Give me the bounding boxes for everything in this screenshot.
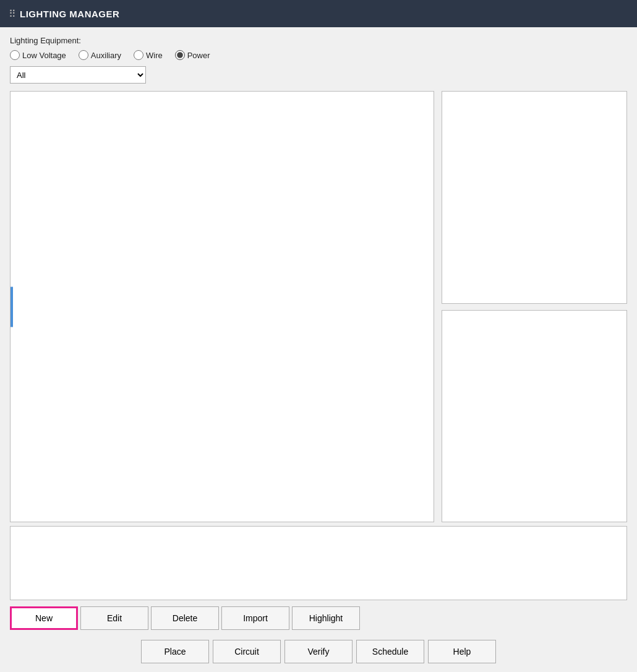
radio-low-voltage[interactable]: Low Voltage bbox=[10, 50, 66, 60]
right-top-box bbox=[442, 91, 627, 304]
action-buttons-row: New Edit Delete Import Highlight bbox=[10, 606, 627, 630]
radio-wire-input[interactable] bbox=[134, 50, 143, 60]
radio-power-label: Power bbox=[187, 51, 210, 60]
radio-power[interactable]: Power bbox=[175, 50, 210, 60]
radio-auxiliary-label: Auxiliary bbox=[91, 51, 121, 60]
radio-power-input[interactable] bbox=[175, 50, 185, 60]
app-title: LIGHTING MANAGER bbox=[20, 9, 119, 19]
delete-button[interactable]: Delete bbox=[151, 606, 219, 630]
new-button[interactable]: New bbox=[10, 606, 78, 630]
import-button[interactable]: Import bbox=[221, 606, 289, 630]
lower-section: New Edit Delete Import Highlight bbox=[10, 526, 627, 636]
lighting-equipment-label: Lighting Equipment: bbox=[10, 36, 627, 45]
help-button[interactable]: Help bbox=[428, 640, 496, 663]
highlight-button[interactable]: Highlight bbox=[292, 606, 360, 630]
circuit-button[interactable]: Circuit bbox=[213, 640, 281, 663]
radio-wire[interactable]: Wire bbox=[134, 50, 163, 60]
radio-low-voltage-label: Low Voltage bbox=[22, 51, 66, 60]
verify-button[interactable]: Verify bbox=[284, 640, 353, 663]
main-content: Lighting Equipment: Low Voltage Auxiliar… bbox=[0, 27, 637, 672]
main-list-box[interactable] bbox=[10, 91, 434, 522]
title-bar: ⠿ LIGHTING MANAGER bbox=[0, 0, 637, 27]
upper-section bbox=[10, 91, 627, 522]
place-button[interactable]: Place bbox=[141, 640, 209, 663]
right-panel bbox=[442, 91, 627, 522]
radio-group: Low Voltage Auxiliary Wire Power bbox=[10, 50, 627, 60]
dropdown-row: All Type 1 Type 2 Type 3 bbox=[10, 66, 627, 84]
edit-button[interactable]: Edit bbox=[80, 606, 148, 630]
radio-auxiliary[interactable]: Auxiliary bbox=[79, 50, 121, 60]
radio-auxiliary-input[interactable] bbox=[79, 50, 88, 60]
bottom-list-box[interactable] bbox=[10, 526, 627, 600]
schedule-button[interactable]: Schedule bbox=[356, 640, 424, 663]
drag-icon: ⠿ bbox=[9, 8, 15, 20]
equipment-dropdown[interactable]: All Type 1 Type 2 Type 3 bbox=[10, 66, 146, 84]
radio-wire-label: Wire bbox=[146, 51, 163, 60]
radio-low-voltage-input[interactable] bbox=[10, 50, 20, 60]
bottom-buttons-row: Place Circuit Verify Schedule Help bbox=[10, 636, 627, 663]
right-bottom-box bbox=[442, 310, 627, 523]
